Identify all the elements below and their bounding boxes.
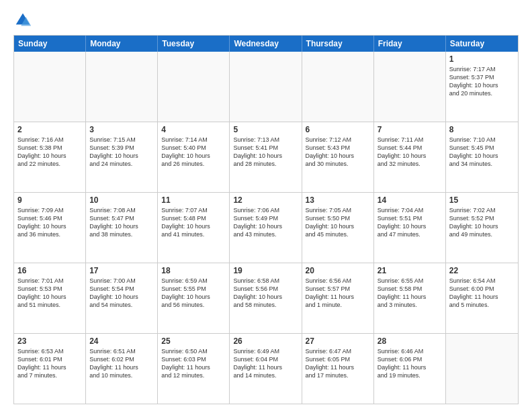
- calendar-cell: 5Sunrise: 7:13 AM Sunset: 5:41 PM Daylig…: [230, 122, 302, 192]
- calendar-cell: [86, 52, 158, 122]
- day-number: 4: [161, 125, 226, 134]
- day-info: Sunrise: 7:15 AM Sunset: 5:39 PM Dayligh…: [89, 136, 154, 169]
- day-info: Sunrise: 7:02 AM Sunset: 5:52 PM Dayligh…: [449, 206, 515, 239]
- day-info: Sunrise: 7:01 AM Sunset: 5:53 PM Dayligh…: [17, 277, 82, 310]
- day-number: 10: [89, 195, 154, 205]
- day-info: Sunrise: 6:53 AM Sunset: 6:01 PM Dayligh…: [17, 347, 82, 380]
- day-number: 25: [161, 336, 226, 346]
- day-info: Sunrise: 6:56 AM Sunset: 5:57 PM Dayligh…: [306, 277, 370, 310]
- calendar-cell: 2Sunrise: 7:16 AM Sunset: 5:38 PM Daylig…: [14, 122, 86, 192]
- header-day: Thursday: [302, 36, 374, 52]
- calendar-cell: [374, 52, 446, 122]
- header-day: Sunday: [14, 36, 86, 52]
- calendar-cell: 11Sunrise: 7:07 AM Sunset: 5:48 PM Dayli…: [158, 193, 230, 263]
- day-info: Sunrise: 7:05 AM Sunset: 5:50 PM Dayligh…: [306, 206, 370, 239]
- calendar-cell: [446, 334, 518, 404]
- day-number: 16: [17, 266, 82, 275]
- day-number: 14: [378, 195, 442, 205]
- calendar-cell: 10Sunrise: 7:08 AM Sunset: 5:47 PM Dayli…: [86, 193, 158, 263]
- day-info: Sunrise: 7:11 AM Sunset: 5:44 PM Dayligh…: [378, 136, 442, 169]
- day-info: Sunrise: 6:50 AM Sunset: 6:03 PM Dayligh…: [161, 347, 226, 380]
- day-number: 5: [233, 125, 298, 134]
- day-info: Sunrise: 6:55 AM Sunset: 5:58 PM Dayligh…: [378, 277, 442, 310]
- calendar-cell: 6Sunrise: 7:12 AM Sunset: 5:43 PM Daylig…: [302, 122, 374, 192]
- calendar-cell: 25Sunrise: 6:50 AM Sunset: 6:03 PM Dayli…: [158, 334, 230, 404]
- calendar-cell: 26Sunrise: 6:49 AM Sunset: 6:04 PM Dayli…: [230, 334, 302, 404]
- calendar-cell: [230, 52, 302, 122]
- day-info: Sunrise: 6:59 AM Sunset: 5:55 PM Dayligh…: [161, 277, 226, 310]
- day-number: 3: [89, 125, 154, 134]
- calendar-cell: [14, 52, 86, 122]
- day-number: 9: [17, 195, 82, 205]
- logo-icon: [13, 11, 32, 30]
- logo: [13, 11, 35, 30]
- day-info: Sunrise: 7:16 AM Sunset: 5:38 PM Dayligh…: [17, 136, 82, 169]
- day-info: Sunrise: 7:08 AM Sunset: 5:47 PM Dayligh…: [89, 206, 154, 239]
- day-number: 23: [17, 336, 82, 346]
- day-number: 27: [306, 336, 370, 346]
- calendar-cell: 17Sunrise: 7:00 AM Sunset: 5:54 PM Dayli…: [86, 263, 158, 333]
- calendar-cell: 16Sunrise: 7:01 AM Sunset: 5:53 PM Dayli…: [14, 263, 86, 333]
- day-number: 22: [449, 266, 515, 275]
- header-day: Friday: [374, 36, 446, 52]
- calendar-cell: 13Sunrise: 7:05 AM Sunset: 5:50 PM Dayli…: [302, 193, 374, 263]
- day-info: Sunrise: 7:12 AM Sunset: 5:43 PM Dayligh…: [306, 136, 370, 169]
- header-day: Wednesday: [230, 36, 302, 52]
- calendar-cell: 22Sunrise: 6:54 AM Sunset: 6:00 PM Dayli…: [446, 263, 518, 333]
- day-number: 28: [378, 336, 442, 346]
- calendar-row: 16Sunrise: 7:01 AM Sunset: 5:53 PM Dayli…: [14, 263, 518, 334]
- day-number: 26: [233, 336, 298, 346]
- header-day: Tuesday: [158, 36, 230, 52]
- day-info: Sunrise: 7:04 AM Sunset: 5:51 PM Dayligh…: [378, 206, 442, 239]
- day-number: 2: [17, 125, 82, 134]
- calendar-cell: 8Sunrise: 7:10 AM Sunset: 5:45 PM Daylig…: [446, 122, 518, 192]
- calendar-cell: 19Sunrise: 6:58 AM Sunset: 5:56 PM Dayli…: [230, 263, 302, 333]
- header-day: Monday: [86, 36, 158, 52]
- day-info: Sunrise: 6:51 AM Sunset: 6:02 PM Dayligh…: [89, 347, 154, 380]
- day-info: Sunrise: 7:09 AM Sunset: 5:46 PM Dayligh…: [17, 206, 82, 239]
- calendar-cell: [158, 52, 230, 122]
- day-info: Sunrise: 7:07 AM Sunset: 5:48 PM Dayligh…: [161, 206, 226, 239]
- calendar-cell: 18Sunrise: 6:59 AM Sunset: 5:55 PM Dayli…: [158, 263, 230, 333]
- day-info: Sunrise: 7:17 AM Sunset: 5:37 PM Dayligh…: [449, 65, 515, 98]
- calendar-cell: 20Sunrise: 6:56 AM Sunset: 5:57 PM Dayli…: [302, 263, 374, 333]
- day-number: 21: [378, 266, 442, 275]
- day-number: 8: [449, 125, 515, 134]
- calendar-cell: 28Sunrise: 6:46 AM Sunset: 6:06 PM Dayli…: [374, 334, 446, 404]
- calendar-cell: 4Sunrise: 7:14 AM Sunset: 5:40 PM Daylig…: [158, 122, 230, 192]
- calendar-cell: [302, 52, 374, 122]
- calendar-cell: 9Sunrise: 7:09 AM Sunset: 5:46 PM Daylig…: [14, 193, 86, 263]
- calendar-cell: 24Sunrise: 6:51 AM Sunset: 6:02 PM Dayli…: [86, 334, 158, 404]
- calendar: SundayMondayTuesdayWednesdayThursdayFrid…: [13, 35, 519, 404]
- calendar-cell: 14Sunrise: 7:04 AM Sunset: 5:51 PM Dayli…: [374, 193, 446, 263]
- day-number: 24: [89, 336, 154, 346]
- calendar-body: 1Sunrise: 7:17 AM Sunset: 5:37 PM Daylig…: [14, 52, 518, 404]
- day-number: 12: [233, 195, 298, 205]
- calendar-cell: 21Sunrise: 6:55 AM Sunset: 5:58 PM Dayli…: [374, 263, 446, 333]
- day-number: 18: [161, 266, 226, 275]
- calendar-cell: 7Sunrise: 7:11 AM Sunset: 5:44 PM Daylig…: [374, 122, 446, 192]
- calendar-cell: 27Sunrise: 6:47 AM Sunset: 6:05 PM Dayli…: [302, 334, 374, 404]
- calendar-cell: 1Sunrise: 7:17 AM Sunset: 5:37 PM Daylig…: [446, 52, 518, 122]
- calendar-row: 23Sunrise: 6:53 AM Sunset: 6:01 PM Dayli…: [14, 334, 518, 404]
- day-number: 20: [306, 266, 370, 275]
- day-number: 17: [89, 266, 154, 275]
- day-number: 19: [233, 266, 298, 275]
- header: [13, 11, 519, 30]
- day-number: 1: [449, 54, 515, 64]
- day-number: 11: [161, 195, 226, 205]
- calendar-cell: 3Sunrise: 7:15 AM Sunset: 5:39 PM Daylig…: [86, 122, 158, 192]
- calendar-row: 9Sunrise: 7:09 AM Sunset: 5:46 PM Daylig…: [14, 193, 518, 263]
- day-info: Sunrise: 7:13 AM Sunset: 5:41 PM Dayligh…: [233, 136, 298, 169]
- day-number: 6: [306, 125, 370, 134]
- header-day: Saturday: [446, 36, 518, 52]
- calendar-cell: 15Sunrise: 7:02 AM Sunset: 5:52 PM Dayli…: [446, 193, 518, 263]
- calendar-row: 2Sunrise: 7:16 AM Sunset: 5:38 PM Daylig…: [14, 122, 518, 193]
- day-info: Sunrise: 7:10 AM Sunset: 5:45 PM Dayligh…: [449, 136, 515, 169]
- day-info: Sunrise: 7:00 AM Sunset: 5:54 PM Dayligh…: [89, 277, 154, 310]
- page: SundayMondayTuesdayWednesdayThursdayFrid…: [0, 0, 532, 411]
- day-info: Sunrise: 6:58 AM Sunset: 5:56 PM Dayligh…: [233, 277, 298, 310]
- day-info: Sunrise: 6:49 AM Sunset: 6:04 PM Dayligh…: [233, 347, 298, 380]
- day-info: Sunrise: 6:46 AM Sunset: 6:06 PM Dayligh…: [378, 347, 442, 380]
- day-info: Sunrise: 6:54 AM Sunset: 6:00 PM Dayligh…: [449, 277, 515, 310]
